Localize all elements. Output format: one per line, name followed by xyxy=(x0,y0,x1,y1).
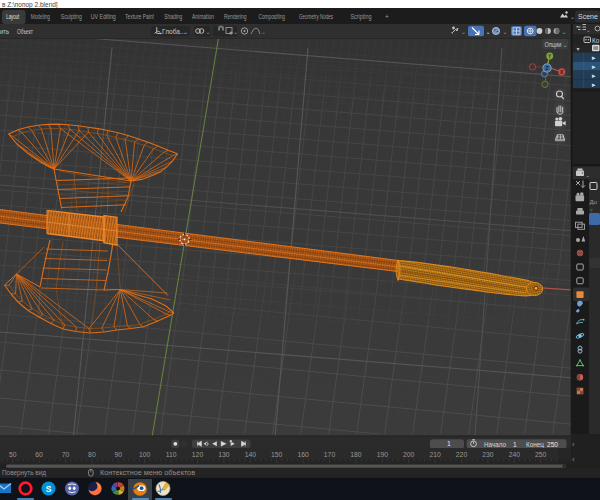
svg-text:Rendering: Rendering xyxy=(224,13,247,21)
svg-text:70: 70 xyxy=(62,451,70,458)
svg-text:⌄: ⌄ xyxy=(586,27,591,33)
svg-text:⌄: ⌄ xyxy=(570,14,575,20)
svg-text:150: 150 xyxy=(271,451,283,458)
svg-text:60: 60 xyxy=(35,451,43,458)
svg-text:210: 210 xyxy=(429,451,441,458)
svg-text:100: 100 xyxy=(139,451,151,458)
svg-text:240: 240 xyxy=(509,451,521,458)
svg-text:▸: ▸ xyxy=(592,81,596,88)
svg-text:в Z:\попор 2.blend]: в Z:\попор 2.blend] xyxy=(2,1,58,9)
svg-text:Scene: Scene xyxy=(578,13,598,20)
svg-text:90: 90 xyxy=(115,451,123,458)
svg-text:⌄: ⌄ xyxy=(206,29,211,35)
svg-text:⌄: ⌄ xyxy=(562,29,567,35)
svg-text:Texture Paint: Texture Paint xyxy=(125,13,154,20)
svg-text:⌄: ⌄ xyxy=(486,29,491,35)
svg-text:Modeling: Modeling xyxy=(31,13,50,21)
svg-text:200: 200 xyxy=(403,451,415,458)
svg-text:+: + xyxy=(385,13,389,20)
svg-text:180: 180 xyxy=(350,451,362,458)
svg-text:160: 160 xyxy=(297,451,309,458)
svg-text:‹: ‹ xyxy=(572,440,575,449)
svg-text:S: S xyxy=(46,484,52,494)
svg-text:⌄: ⌄ xyxy=(461,29,466,35)
svg-text:⌄: ⌄ xyxy=(503,29,508,35)
svg-text:Scripting: Scripting xyxy=(351,13,372,21)
svg-text:250: 250 xyxy=(547,441,558,448)
svg-text:Ко: Ко xyxy=(592,37,600,44)
svg-text:Layout: Layout xyxy=(6,13,19,21)
svg-text:Sculpting: Sculpting xyxy=(61,13,82,21)
svg-text:⌄: ⌄ xyxy=(184,29,189,35)
svg-text:Опции: Опции xyxy=(545,41,562,49)
svg-text:⌄: ⌄ xyxy=(261,29,266,35)
svg-text:⌄: ⌄ xyxy=(233,29,238,35)
svg-text:▸: ▸ xyxy=(592,63,596,70)
svg-text:▸: ▸ xyxy=(592,54,596,61)
svg-text:Конец: Конец xyxy=(526,441,544,449)
svg-text:ить: ить xyxy=(0,28,10,35)
svg-text:⌄: ⌄ xyxy=(586,172,591,178)
svg-text:До: До xyxy=(590,199,598,205)
svg-text:50: 50 xyxy=(9,451,17,458)
svg-text:Контекстное меню объектов: Контекстное меню объектов xyxy=(100,469,196,476)
svg-text:‹: ‹ xyxy=(572,455,575,464)
svg-text:80: 80 xyxy=(88,451,96,458)
svg-text:110: 110 xyxy=(166,451,177,458)
svg-text:Z: Z xyxy=(545,65,548,71)
svg-text:⌄: ⌄ xyxy=(563,42,568,48)
svg-text:230: 230 xyxy=(482,451,494,458)
svg-text:Повернуть вид: Повернуть вид xyxy=(2,469,46,477)
svg-text:Shading: Shading xyxy=(164,13,182,21)
svg-text:Compositing: Compositing xyxy=(259,13,286,21)
svg-text:Глоба...: Глоба... xyxy=(162,28,185,35)
svg-text:170: 170 xyxy=(324,451,336,458)
svg-text:120: 120 xyxy=(192,451,204,458)
svg-text:▸: ▸ xyxy=(592,72,596,79)
svg-text:130: 130 xyxy=(218,451,230,458)
svg-text:Animation: Animation xyxy=(192,13,214,20)
svg-text:▾: ▾ xyxy=(577,46,580,52)
svg-text:1: 1 xyxy=(447,440,451,447)
svg-text:1: 1 xyxy=(513,441,517,448)
svg-text:220: 220 xyxy=(456,451,468,458)
svg-text:190: 190 xyxy=(377,451,389,458)
svg-text:Объект: Объект xyxy=(17,28,33,35)
svg-text:140: 140 xyxy=(245,451,257,458)
svg-text:250: 250 xyxy=(535,451,547,458)
svg-text:Начало: Начало xyxy=(484,441,506,448)
svg-text:UV Editing: UV Editing xyxy=(91,13,116,21)
svg-text:Geometry Nodes: Geometry Nodes xyxy=(299,13,334,21)
